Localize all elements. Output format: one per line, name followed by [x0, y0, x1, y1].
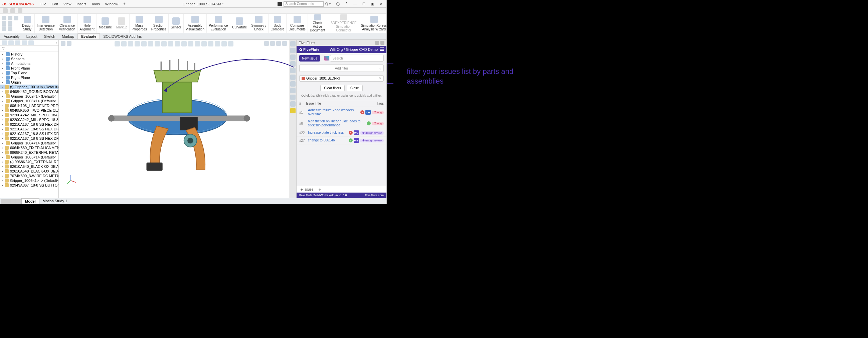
ribbon-markup[interactable]: Markup — [114, 14, 130, 33]
viewport-tool-icon[interactable] — [181, 41, 187, 47]
clear-filters-button[interactable]: Clear filters — [320, 85, 345, 91]
tree-tab-icon[interactable] — [8, 40, 14, 45]
vp-close-icon[interactable] — [282, 41, 287, 46]
viewport-tool-icon[interactable] — [148, 41, 153, 47]
tree-part-node[interactable]: ▸6061K103_HARDENED PRECISION — [0, 103, 58, 108]
remove-filter-icon[interactable]: ✕ — [379, 77, 381, 80]
close-filters-button[interactable]: Close — [347, 85, 363, 91]
tab-evaluate[interactable]: Evaluate — [78, 33, 100, 39]
tab-solidworks-add-ins[interactable]: SOLIDWORKS Add-Ins — [100, 34, 145, 39]
ribbon-performance[interactable]: Performance Evaluation — [207, 14, 230, 33]
issue-tag[interactable]: ⦿ bug — [372, 122, 384, 125]
filter-chip[interactable]: Gripper_1001.SLDPRT ✕ — [299, 75, 384, 82]
viewport-tool-icon[interactable] — [175, 41, 180, 47]
footer-tab[interactable]: Motion Study 1 — [39, 198, 70, 204]
qa-icon[interactable] — [3, 8, 8, 13]
tree-tab-icon[interactable] — [2, 40, 7, 45]
ribbon-icon[interactable] — [8, 16, 12, 20]
tree-part-node[interactable]: ▸92210A167_18-8 SS HEX DRIVE FLA — [0, 127, 58, 132]
qa-icon[interactable] — [10, 8, 15, 13]
tree-node[interactable]: ▸Top Plane — [0, 71, 58, 75]
ribbon-check-active-document[interactable]: Check Active Document — [308, 14, 328, 33]
tree-part-node[interactable]: ▸Gripper_1006<1> -> (Default< — [0, 178, 58, 183]
issue-row[interactable]: #27change to 6061-t6!WB⦿ design review — [297, 137, 386, 144]
vp-overlay-icon[interactable] — [67, 41, 71, 46]
ribbon-clearance[interactable]: Clearance Verification — [57, 14, 78, 33]
vp-arrange-icon[interactable] — [270, 41, 275, 46]
sheet-nav-button[interactable] — [6, 199, 11, 204]
tab-markup[interactable]: Markup — [58, 34, 78, 39]
taskpane-icon[interactable] — [290, 48, 296, 53]
ribbon-icon[interactable] — [2, 16, 6, 20]
vp-minimize-icon[interactable] — [276, 41, 281, 46]
search-dropdown-icon[interactable]: Q ▾ — [323, 2, 332, 6]
3d-viewport[interactable] — [59, 40, 289, 198]
ff-footer-link[interactable]: FiveFlute.com — [365, 194, 384, 197]
viewport-tool-icon[interactable] — [168, 41, 173, 47]
ribbon-measure[interactable]: Measure — [97, 14, 114, 33]
qa-icon[interactable] — [18, 8, 22, 13]
viewport-tool-icon[interactable] — [195, 41, 200, 47]
viewport-tool-icon[interactable] — [141, 41, 147, 47]
tree-node[interactable]: ▸History — [0, 52, 58, 56]
tree-part-node[interactable]: ▸7674K390_3-WIRE DC METALLIC-O — [0, 173, 58, 178]
ribbon-curvature[interactable]: Curvature — [230, 14, 249, 33]
viewport-tool-icon[interactable] — [215, 41, 220, 47]
viewport-tool-icon[interactable] — [121, 41, 127, 47]
taskpane-icon[interactable] — [290, 101, 296, 107]
tree-part-node[interactable]: ▸92210A167_18-8 SS HEX DRIVE FLA — [0, 122, 58, 127]
menu-more-icon[interactable]: ✦ — [120, 2, 129, 6]
issue-row[interactable]: #1Adhesive failure - pad wanders over ti… — [297, 107, 386, 118]
tree-node[interactable]: ▸Annotations — [0, 61, 58, 66]
secondary-tab[interactable] — [317, 188, 322, 191]
new-issue-button[interactable]: New issue — [299, 55, 320, 61]
taskpane-icon[interactable] — [290, 88, 296, 93]
tree-part-node[interactable]: ▸(f) Gripper_1001<1> (Default< — [0, 85, 58, 89]
tree-tab-icon[interactable] — [22, 40, 27, 45]
tree-part-node[interactable]: ▸Gripper_1003<1> (Default< — [0, 98, 58, 103]
tree-part-node[interactable]: ▸6064K530_FIXED ALIGNMENT HT-T — [0, 145, 58, 150]
ribbon-sim-cmd[interactable]: 3DEXPERIENCE Simulation Connector — [329, 14, 359, 33]
menu-view[interactable]: View — [61, 1, 73, 7]
hamburger-icon[interactable] — [380, 48, 384, 51]
minimize-button[interactable]: — — [351, 1, 359, 7]
maximize-button[interactable]: ▣ — [368, 1, 376, 7]
taskpane-icon[interactable] — [290, 81, 296, 87]
fiveflute-search-input[interactable]: Search — [330, 55, 384, 61]
tree-tab-icon[interactable] — [15, 40, 20, 45]
menu-insert[interactable]: Insert — [74, 1, 88, 7]
tree-node[interactable]: ▸Right Plane — [0, 75, 58, 80]
tree-part-node[interactable]: ▸60485K650_TWO-PIECE CLAMP-ON — [0, 108, 58, 113]
viewport-tool-icon[interactable] — [208, 41, 213, 47]
ribbon-sim-cmd[interactable]: SimulationXpress Analysis Wizard — [359, 14, 386, 33]
tab-layout[interactable]: Layout — [23, 34, 41, 39]
viewport-tool-icon[interactable] — [221, 41, 227, 47]
menu-tools[interactable]: Tools — [89, 1, 102, 7]
issue-tag[interactable]: ⦿ design review — [360, 139, 384, 142]
viewport-tool-icon[interactable] — [202, 41, 207, 47]
vp-overlay-icon[interactable] — [61, 41, 65, 46]
ribbon-hole[interactable]: Hole Alignment — [78, 14, 96, 33]
viewport-tool-icon[interactable] — [161, 41, 167, 47]
viewport-tool-icon[interactable] — [228, 41, 234, 47]
viewport-tool-icon[interactable] — [134, 41, 140, 47]
tree-node[interactable]: ▸Front Plane — [0, 66, 58, 71]
menu-window[interactable]: Window — [103, 1, 120, 7]
taskpane-icon[interactable] — [290, 55, 296, 60]
sheet-nav-button[interactable] — [11, 199, 16, 204]
taskpane-icon[interactable] — [290, 94, 296, 100]
ribbon-mass[interactable]: Mass Properties — [130, 14, 149, 33]
issue-tag[interactable]: ⦿ bug — [372, 111, 384, 114]
tree-part-node[interactable]: ▸Gripper_1004<1> (Default< — [0, 141, 58, 145]
taskpane-icon[interactable] — [290, 41, 296, 47]
viewport-tool-icon[interactable] — [188, 41, 193, 47]
viewport-tool-icon[interactable] — [115, 41, 120, 47]
search-commands-icon[interactable] — [278, 2, 282, 6]
tree-part-node[interactable]: ▸92610A540_BLACK-OXIDE ALLOY S — [0, 169, 58, 173]
sheet-nav-button[interactable] — [16, 199, 21, 204]
tree-tab-icon[interactable] — [28, 40, 34, 45]
tree-part-node[interactable]: ▸92210A167_18-8 SS HEX DRIVE FLA — [0, 132, 58, 136]
issues-tab[interactable]: Issues — [299, 187, 315, 192]
ribbon-icon[interactable] — [2, 26, 6, 31]
tree-part-node[interactable]: ▸92610A540_BLACK-OXIDE ALLOY S — [0, 164, 58, 169]
